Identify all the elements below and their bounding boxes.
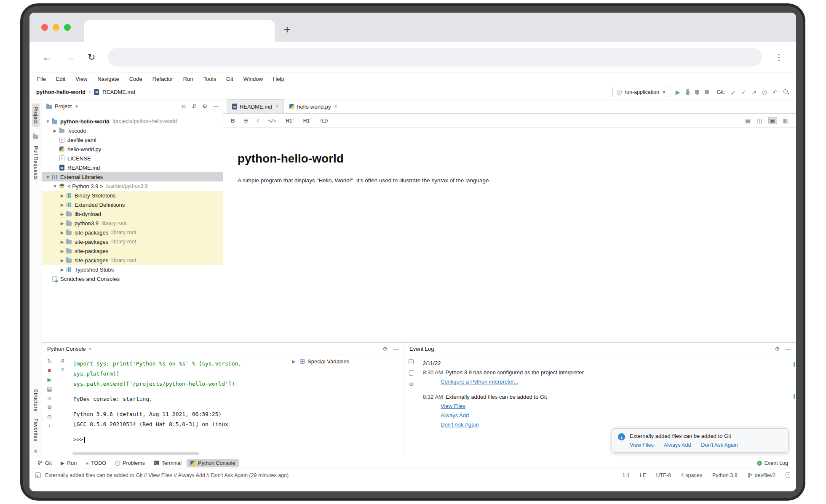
toolwindow-switcher-icon[interactable]	[35, 472, 41, 478]
show-split-icon[interactable]: ◫	[756, 117, 762, 123]
editor-tab-hello-world[interactable]: hello-world.py ×	[284, 99, 342, 113]
gear-icon[interactable]: ⚙	[202, 103, 207, 109]
git-push-icon[interactable]: ↗	[751, 89, 756, 96]
hide-panel-icon[interactable]: —	[786, 346, 791, 352]
tree-row[interactable]: ▼ python-hello-world /projects/python-he…	[42, 117, 223, 126]
git-branch[interactable]: devfilev2	[748, 472, 775, 478]
coverage-button[interactable]	[695, 90, 699, 95]
tree-row[interactable]: ▶ .vscode	[42, 126, 223, 135]
line-ending[interactable]: LF	[640, 472, 646, 478]
chevron-right-icon[interactable]: ▶	[59, 221, 65, 226]
tree-row[interactable]: devfile.yaml	[42, 135, 223, 144]
italic-icon[interactable]: I	[257, 117, 259, 124]
history-icon[interactable]: ◷	[762, 89, 767, 96]
add-icon[interactable]: +	[48, 423, 51, 429]
toolwindow-git[interactable]: Git	[34, 459, 56, 467]
chevron-down-icon[interactable]: ▼	[45, 175, 51, 179]
close-icon[interactable]: ×	[89, 346, 92, 352]
tree-row[interactable]: ▶ python3.9 library root	[42, 219, 223, 228]
git-update-icon[interactable]: ↙	[731, 89, 736, 96]
run-configuration-select[interactable]: run-application ▼	[612, 87, 670, 97]
header-up-icon[interactable]: H1	[303, 117, 311, 124]
toolwindow-event-log[interactable]: Event Log	[753, 459, 792, 467]
chevron-right-icon[interactable]: ▶	[59, 249, 65, 253]
close-icon[interactable]: ×	[334, 104, 337, 109]
breadcrumb-project[interactable]: python-hello-world	[36, 89, 86, 95]
history-icon[interactable]: ◷	[47, 414, 52, 419]
reload-icon[interactable]: ↻	[88, 53, 95, 62]
project-panel-title[interactable]: Project	[55, 103, 72, 109]
hide-panel-icon[interactable]: —	[213, 103, 219, 109]
close-window-button[interactable]	[41, 24, 48, 31]
menu-git[interactable]: Git	[226, 76, 233, 82]
browser-tab[interactable]	[84, 20, 275, 42]
settings-wrench-icon[interactable]: ⚙	[409, 381, 414, 387]
stop-button[interactable]	[705, 90, 709, 94]
toolwindow-terminal[interactable]: Terminal	[150, 459, 185, 467]
view-files-link[interactable]: View Files	[441, 403, 465, 409]
menu-navigate[interactable]: Navigate	[97, 76, 119, 82]
sidebar-item-favorites[interactable]: Favorites	[33, 419, 39, 441]
editor-tab-readme[interactable]: README.md ×	[227, 99, 284, 113]
clear-log-icon[interactable]	[409, 371, 413, 376]
console-output[interactable]: import sys; print('Python %s on %s' % (s…	[68, 355, 287, 457]
interpreter[interactable]: Python 3.9	[712, 472, 738, 478]
menu-run[interactable]: Run	[183, 76, 193, 82]
hide-panel-icon[interactable]: —	[393, 346, 399, 352]
menu-refactor[interactable]: Refactor	[152, 76, 173, 82]
breadcrumb-file[interactable]: README.md	[102, 89, 135, 95]
tree-row[interactable]: LICENSE	[42, 154, 223, 163]
tree-row[interactable]: README.md	[42, 163, 223, 172]
rerun-icon[interactable]: ↻	[47, 358, 52, 364]
header-down-icon[interactable]: H1	[286, 117, 294, 124]
python-console-title[interactable]: Python Console	[47, 346, 86, 352]
toolwindow-run[interactable]: ▶ Run	[57, 459, 80, 467]
toolwindow-python-console[interactable]: Python Console	[187, 459, 239, 467]
chevron-down-icon[interactable]: ▼	[52, 184, 58, 189]
back-icon[interactable]: ←	[42, 52, 52, 62]
folder-icon[interactable]	[33, 135, 38, 139]
tree-row[interactable]: ▶ site-packages library root	[42, 237, 223, 246]
strikethrough-icon[interactable]: S	[244, 117, 248, 124]
gear-icon[interactable]: ⚙	[382, 346, 388, 352]
menu-window[interactable]: Window	[243, 76, 263, 82]
always-add-link[interactable]: Always Add	[664, 442, 691, 448]
tree-row[interactable]: ▶ Typeshed Stubs	[42, 265, 223, 274]
layout-icon[interactable]: ▥	[783, 117, 789, 123]
chevron-down-icon[interactable]: ▼	[75, 104, 78, 109]
chevron-down-icon[interactable]: ▼	[45, 119, 51, 124]
gear-icon[interactable]: ⚙	[47, 405, 52, 410]
run-button[interactable]: ▶	[676, 89, 680, 95]
tree-row[interactable]: hello-world.py	[42, 144, 223, 154]
configure-interpreter-link[interactable]: Configure a Python interpreter...	[441, 379, 518, 385]
search-icon[interactable]	[783, 89, 789, 95]
menu-tools[interactable]: Tools	[203, 76, 216, 82]
chevron-right-icon[interactable]: ▶	[59, 258, 65, 263]
menu-edit[interactable]: Edit	[56, 76, 65, 82]
soft-wrap-icon[interactable]: ⇵	[60, 358, 64, 363]
tree-row[interactable]: ▶ site-packages library root	[42, 256, 223, 265]
tree-row[interactable]: ▶ lib-dynload	[42, 209, 223, 219]
dont-ask-again-link[interactable]: Don't Ask Again	[701, 442, 738, 448]
show-editor-icon[interactable]: ▤	[745, 117, 751, 123]
git-commit-icon[interactable]: ✓	[741, 89, 746, 96]
chevron-right-icon[interactable]: ▶	[59, 267, 65, 272]
tree-row[interactable]: ▶ site-packages library root	[42, 228, 223, 237]
indent-setting[interactable]: 4 spaces	[681, 472, 702, 478]
mark-read-icon[interactable]	[409, 359, 414, 364]
show-preview-icon[interactable]: ▣	[768, 117, 777, 124]
rollback-icon[interactable]: ↶	[773, 89, 778, 96]
print-icon[interactable]: ▤	[47, 386, 52, 392]
highlighting-level-icon[interactable]	[786, 472, 790, 478]
menu-file[interactable]: File	[37, 76, 46, 82]
address-bar[interactable]	[108, 48, 762, 67]
browser-menu-icon[interactable]: ⋮	[775, 52, 783, 62]
debug-button[interactable]	[686, 90, 690, 95]
console-prompt-line[interactable]: >>>	[73, 435, 282, 445]
expand-collapse-icon[interactable]: ⇵	[192, 103, 196, 109]
menu-code[interactable]: Code	[129, 76, 142, 82]
notification-balloon[interactable]: Externally added files can be added to G…	[612, 428, 789, 453]
chevron-right-icon[interactable]: ▶	[52, 128, 58, 133]
execute-icon[interactable]: ▶	[48, 377, 52, 382]
menu-view[interactable]: View	[75, 76, 87, 82]
